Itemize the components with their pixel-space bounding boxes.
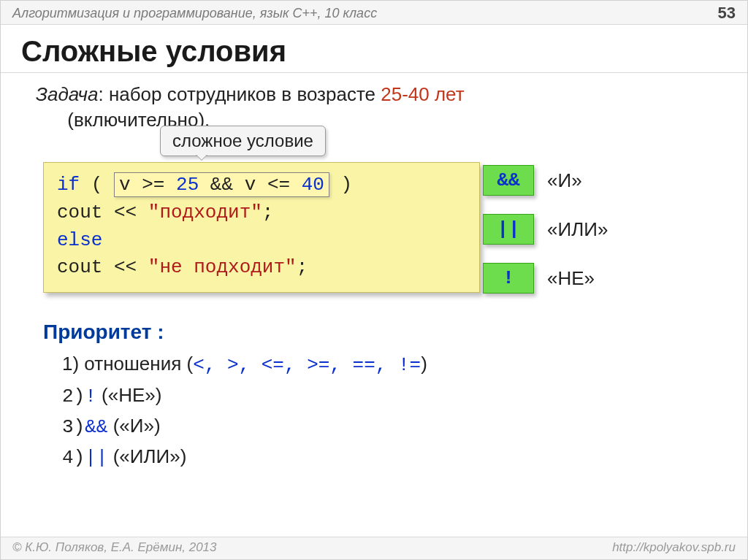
priority-item-2: 2)! («НЕ») [43, 380, 727, 411]
prio-n-2: 2) [62, 386, 85, 407]
code-open: ( [80, 174, 114, 196]
prio-n-3: 3) [62, 416, 85, 438]
copyright: © К.Ю. Поляков, Е.А. Ерёмин, 2013 [12, 540, 217, 555]
slide: Алгоритмизация и программирование, язык … [0, 0, 748, 560]
task-statement: Задача: набор сотрудников в возрасте 25-… [21, 77, 727, 137]
label-not: «НЕ» [547, 267, 595, 290]
code-line-1: if ( v >= 25 && v <= 40 ) [57, 172, 466, 199]
code-semi2: ; [297, 256, 308, 278]
prio-text-1b: ) [421, 353, 427, 375]
prio-op-2: ! [85, 386, 96, 407]
prio-ops-1: <, >, <=, >=, ==, != [193, 354, 421, 376]
code-str1: "подходит" [148, 202, 262, 223]
content: Задача: набор сотрудников в возрасте 25-… [1, 77, 747, 473]
prio-text-2: («НЕ») [96, 384, 162, 406]
prio-text-4: («ИЛИ») [107, 445, 186, 467]
code-cout1: cout << [57, 202, 148, 223]
task-label: Задача [36, 83, 98, 105]
task-text: : набор сотрудников в возрасте [98, 83, 381, 105]
label-and: «И» [547, 169, 582, 192]
code-line-4: cout << "не подходит"; [57, 254, 466, 282]
priority-list: Приоритет : 1) отношения (<, >, <=, >=, … [43, 316, 727, 473]
op-row-or: || «ИЛИ» [483, 214, 608, 245]
code-cout2: cout << [57, 256, 148, 278]
chip-and: && [483, 165, 534, 196]
topbar: Алгоритмизация и программирование, язык … [1, 1, 747, 25]
code-highlight-condition: v >= 25 && v <= 40 [114, 172, 329, 197]
prio-n-1: 1) [62, 353, 79, 375]
chip-not: ! [483, 263, 534, 294]
callout-complex-condition: сложное условие [160, 126, 326, 156]
code-close: ) [329, 174, 352, 196]
chip-or: || [483, 214, 534, 245]
priority-head: Приоритет : [43, 316, 727, 348]
code-str2: "не подходит" [148, 256, 297, 278]
page-number: 53 [718, 4, 736, 23]
prio-text-1a: отношения ( [79, 353, 193, 375]
course-title: Алгоритмизация и программирование, язык … [12, 6, 377, 21]
prio-op-3: && [85, 416, 107, 438]
prio-n-4: 4) [62, 447, 85, 469]
slide-title: Сложные условия [1, 25, 747, 73]
priority-item-4: 4)|| («ИЛИ») [43, 442, 727, 472]
footer-url: http://kpolyakov.spb.ru [612, 540, 736, 555]
op-row-and: && «И» [483, 165, 608, 196]
kw-if: if [57, 174, 80, 196]
priority-item-1: 1) отношения (<, >, <=, >=, ==, !=) [43, 349, 727, 380]
task-range: 25-40 лет [381, 83, 464, 105]
code-line-3: else [57, 227, 466, 255]
prio-op-4: || [85, 447, 107, 469]
code-line-2: cout << "подходит"; [57, 199, 466, 227]
num-25: 25 [176, 174, 199, 196]
kw-else: else [57, 229, 102, 251]
code-semi1: ; [262, 202, 274, 223]
priority-item-3: 3)&& («И») [43, 411, 727, 442]
operator-legend: && «И» || «ИЛИ» ! «НЕ» [483, 165, 608, 312]
code-box: if ( v >= 25 && v <= 40 ) cout << "подхо… [43, 162, 480, 293]
footer: © К.Ю. Поляков, Е.А. Ерёмин, 2013 http:/… [1, 537, 747, 559]
op-row-not: ! «НЕ» [483, 263, 608, 294]
prio-text-3: («И») [107, 415, 160, 437]
label-or: «ИЛИ» [547, 218, 608, 241]
num-40: 40 [302, 174, 324, 196]
